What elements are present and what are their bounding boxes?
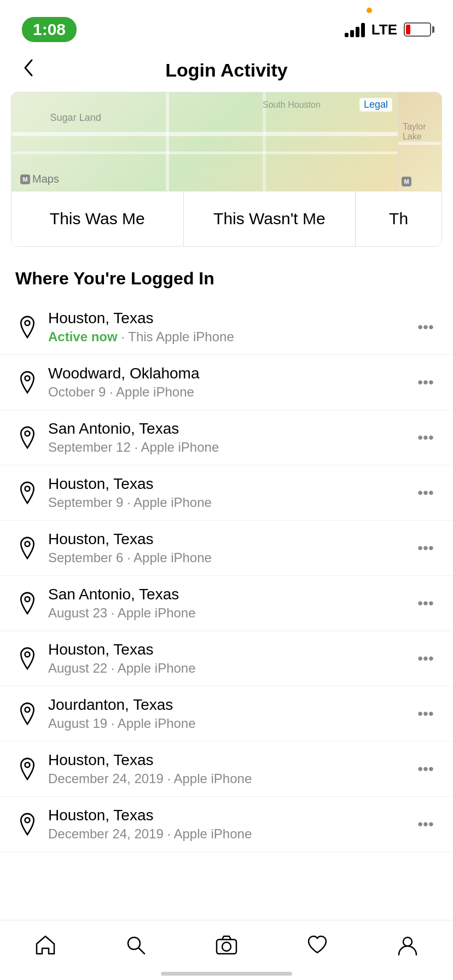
login-item: Houston, TexasDecember 24, 2019 · Apple …: [0, 797, 453, 852]
more-button[interactable]: •••: [414, 425, 438, 450]
more-button[interactable]: •••: [414, 370, 438, 394]
profile-icon: [393, 931, 422, 959]
more-button[interactable]: •••: [414, 646, 438, 670]
login-city: Houston, Texas: [48, 530, 405, 548]
svg-line-15: [138, 948, 144, 954]
login-item: Houston, TexasActive now · This Apple iP…: [0, 300, 453, 355]
more-button[interactable]: •••: [414, 481, 438, 505]
status-time: 1:08: [22, 17, 77, 42]
login-item: Houston, TexasDecember 24, 2019 · Apple …: [0, 742, 453, 797]
login-city: San Antonio, Texas: [48, 586, 405, 603]
back-button[interactable]: [22, 57, 35, 84]
battery-fill: [406, 25, 410, 34]
location-icon: [15, 536, 39, 560]
location-icon: [15, 646, 39, 670]
sugar-land-label: Sugar Land: [50, 112, 101, 124]
svg-point-8: [25, 541, 30, 546]
login-meta: August 22 · Apple iPhone: [48, 661, 405, 676]
login-item: San Antonio, TexasAugust 23 · Apple iPho…: [0, 576, 453, 631]
svg-point-7: [25, 486, 30, 491]
login-info: San Antonio, TexasAugust 23 · Apple iPho…: [39, 586, 414, 621]
login-meta: September 12 · Apple iPhone: [48, 440, 405, 455]
login-meta: August 23 · Apple iPhone: [48, 605, 405, 621]
location-icon: [15, 757, 39, 781]
status-bar: 1:08 LTE: [0, 0, 453, 48]
svg-point-6: [25, 431, 30, 436]
login-info: Houston, TexasDecember 24, 2019 · Apple …: [39, 751, 414, 786]
location-icon: [15, 425, 39, 450]
svg-point-18: [403, 937, 412, 946]
home-icon: [31, 931, 60, 959]
nav-activity[interactable]: [292, 926, 342, 964]
svg-point-12: [25, 762, 30, 767]
login-meta: September 6 · Apple iPhone: [48, 550, 405, 565]
more-button[interactable]: •••: [414, 702, 438, 726]
svg-text:M: M: [22, 176, 27, 183]
login-meta: September 9 · Apple iPhone: [48, 495, 405, 510]
login-meta: Active now · This Apple iPhone: [48, 329, 405, 345]
action-buttons: This Was Me This Wasn't Me Th: [11, 191, 442, 246]
login-info: Houston, TexasActive now · This Apple iP…: [39, 310, 414, 345]
login-city: Houston, Texas: [48, 641, 405, 658]
login-meta: December 24, 2019 · Apple iPhone: [48, 826, 405, 842]
battery-icon: [404, 22, 431, 37]
svg-point-13: [25, 818, 30, 822]
south-houston-label: South Houston: [263, 100, 321, 110]
login-info: Jourdanton, TexasAugust 19 · Apple iPhon…: [39, 696, 414, 731]
location-icon: [15, 370, 39, 394]
login-city: Houston, Texas: [48, 475, 405, 493]
active-now-label: Active now: [48, 329, 118, 344]
login-info: Houston, TexasDecember 24, 2019 · Apple …: [39, 807, 414, 842]
svg-point-11: [25, 707, 30, 712]
search-icon: [121, 931, 150, 959]
location-icon: [15, 702, 39, 726]
dot-indicator: [367, 8, 372, 13]
map-section: M Maps Sugar Land South Houston Legal M …: [11, 92, 442, 191]
status-right: LTE: [345, 21, 431, 38]
bottom-nav: [0, 920, 453, 980]
more-button[interactable]: •••: [414, 315, 438, 339]
location-icon: [15, 591, 39, 615]
section-title: Where You're Logged In: [0, 251, 453, 300]
nav-profile[interactable]: [382, 926, 433, 964]
more-button[interactable]: •••: [414, 757, 438, 781]
svg-point-10: [25, 652, 30, 657]
login-item: Houston, TexasSeptember 6 · Apple iPhone…: [0, 521, 453, 576]
more-button[interactable]: •••: [414, 591, 438, 615]
location-icon: [15, 481, 39, 505]
more-button[interactable]: •••: [414, 536, 438, 560]
lte-label: LTE: [371, 21, 397, 38]
taylor-lake-label: Taylor Lake: [403, 122, 442, 142]
login-city: Houston, Texas: [48, 310, 405, 327]
svg-point-17: [222, 942, 231, 951]
home-indicator: [161, 972, 292, 976]
login-info: San Antonio, TexasSeptember 12 · Apple i…: [39, 420, 414, 455]
nav-home[interactable]: [20, 926, 71, 964]
map-card: M Maps Sugar Land South Houston Legal M …: [11, 92, 442, 247]
nav-header: Login Activity: [0, 48, 453, 92]
camera-icon: [212, 931, 241, 959]
login-item: Woodward, OklahomaOctober 9 · Apple iPho…: [0, 355, 453, 410]
login-item: San Antonio, TexasSeptember 12 · Apple i…: [0, 410, 453, 465]
svg-point-9: [25, 597, 30, 602]
signal-bars: [345, 22, 365, 37]
legal-badge: Legal: [359, 98, 392, 112]
nav-camera[interactable]: [201, 926, 252, 964]
svg-text:M: M: [404, 178, 409, 185]
heart-icon: [303, 931, 332, 959]
login-info: Houston, TexasSeptember 9 · Apple iPhone: [39, 475, 414, 510]
partial-button[interactable]: Th: [355, 191, 442, 246]
login-city: San Antonio, Texas: [48, 420, 405, 438]
svg-point-4: [25, 320, 30, 325]
login-city: Jourdanton, Texas: [48, 696, 405, 714]
more-button[interactable]: •••: [414, 812, 438, 836]
login-item: Jourdanton, TexasAugust 19 · Apple iPhon…: [0, 686, 453, 742]
location-icon: [15, 315, 39, 339]
login-info: Woodward, OklahomaOctober 9 · Apple iPho…: [39, 365, 414, 400]
svg-point-5: [25, 376, 30, 381]
nav-search[interactable]: [111, 926, 161, 964]
this-was-me-button[interactable]: This Was Me: [11, 191, 183, 246]
login-city: Woodward, Oklahoma: [48, 365, 405, 382]
this-wasnt-me-button[interactable]: This Wasn't Me: [183, 191, 356, 246]
login-meta: August 19 · Apple iPhone: [48, 716, 405, 731]
